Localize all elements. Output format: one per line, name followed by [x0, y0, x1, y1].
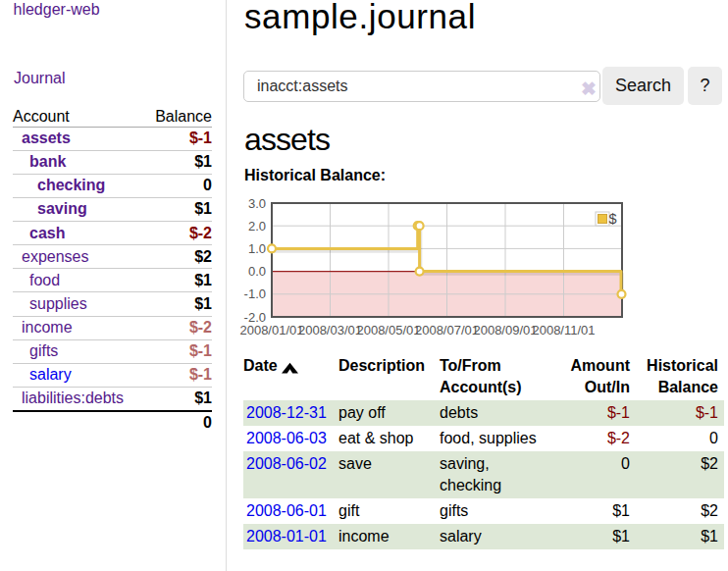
svg-text:2008/09/01: 2008/09/01 [473, 323, 537, 337]
svg-text:2008/11/01: 2008/11/01 [532, 323, 595, 337]
svg-text:2008/07/01: 2008/07/01 [415, 323, 479, 337]
svg-text:$: $ [609, 211, 617, 227]
svg-text:2008/01/01: 2008/01/01 [239, 323, 303, 337]
svg-text:2008/03/01: 2008/03/01 [298, 323, 362, 337]
svg-text:-1.0: -1.0 [244, 286, 266, 301]
svg-text:1.0: 1.0 [248, 241, 266, 256]
svg-text:2.0: 2.0 [248, 219, 266, 234]
svg-text:0.0: 0.0 [248, 264, 266, 279]
svg-text:3.0: 3.0 [248, 196, 266, 211]
svg-text:2008/05/01: 2008/05/01 [356, 323, 420, 337]
